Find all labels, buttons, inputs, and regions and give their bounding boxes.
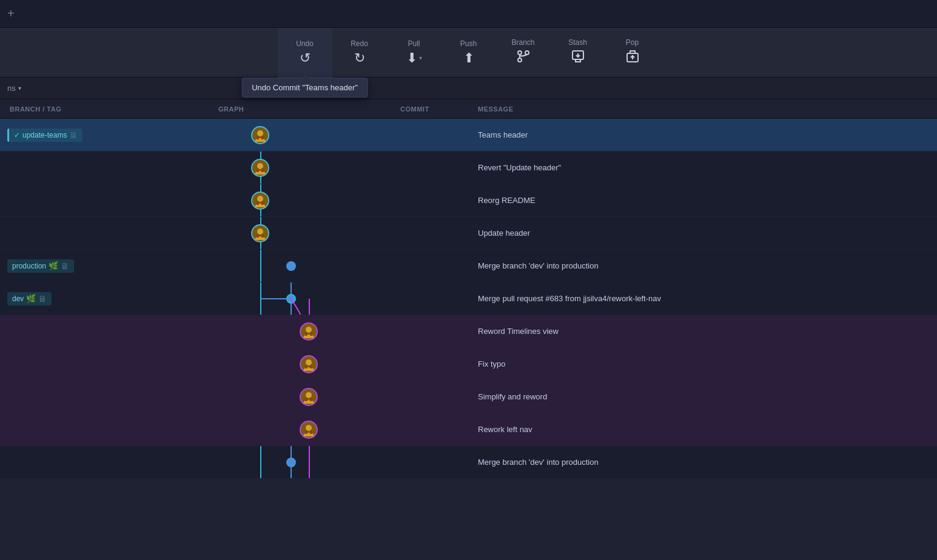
graph-cell (218, 446, 400, 479)
svg-rect-45 (310, 430, 312, 434)
svg-point-1 (518, 58, 522, 62)
message-merge-production: Merge branch 'dev' into production (473, 261, 937, 270)
message-teams-header: Teams header (473, 130, 937, 139)
stash-label: Stash (568, 38, 587, 47)
branch-tag-production[interactable]: production 🌿 🖥 (7, 259, 74, 273)
avatar-update-teams (251, 126, 269, 144)
svg-point-39 (306, 392, 312, 398)
pop-icon (625, 49, 640, 67)
svg-point-0 (518, 51, 522, 55)
commit-row[interactable]: Fix typo (0, 348, 937, 381)
svg-point-31 (306, 327, 312, 333)
svg-point-35 (306, 359, 312, 365)
svg-point-2 (525, 51, 529, 55)
svg-point-23 (257, 196, 263, 202)
svg-rect-36 (305, 365, 307, 368)
leaf-icon: 🌿 (26, 294, 36, 303)
col-header-branch-tag: BRANCH / TAG (0, 105, 218, 113)
graph-cell (218, 119, 400, 152)
push-label: Push (460, 39, 477, 48)
svg-rect-20 (257, 168, 259, 172)
pull-button[interactable]: Pull ⬇ ▾ (387, 28, 442, 78)
top-bar: + (0, 0, 937, 28)
redo-button[interactable]: Redo ↻ (332, 28, 387, 78)
svg-rect-24 (257, 201, 259, 205)
repo-tab-label: ns (7, 84, 16, 93)
undo-tooltip: Undo Commit "Teams header" (241, 78, 368, 98)
monitor-icon: 🖥 (38, 294, 47, 304)
branch-icon (516, 49, 531, 67)
commit-row[interactable]: ✓ update-teams 🖥 Teams header (0, 119, 937, 152)
main-content: ✓ update-teams 🖥 Teams header (0, 119, 937, 479)
col-header-graph: GRAPH (218, 105, 400, 113)
svg-rect-32 (305, 332, 307, 336)
push-icon: ⬆ (463, 50, 474, 66)
svg-rect-33 (310, 332, 312, 336)
leaf-icon: 🌿 (49, 261, 58, 270)
push-button[interactable]: Push ⬆ (442, 28, 496, 78)
repo-tab-bar: ns ▾ (0, 78, 937, 99)
avatar-timelines (300, 322, 318, 341)
message-revert: Revert "Update header" (473, 163, 937, 172)
graph-cell (218, 152, 400, 184)
avatar-revert (251, 159, 269, 177)
pull-icon: ⬇ (406, 50, 417, 66)
commit-row[interactable]: dev 🌿 🖥 Merge pull request #683 from jjs… (0, 282, 937, 315)
commit-row[interactable]: Rework left nav (0, 413, 937, 446)
commit-row[interactable]: production 🌿 🖥 Merge branch 'dev' into p… (0, 250, 937, 282)
undo-button[interactable]: Undo ↺ Undo Commit "Teams header" (278, 28, 332, 78)
commit-row[interactable]: Reword Timelines view (0, 315, 937, 348)
message-simplify: Simplify and reword (473, 392, 937, 401)
commit-row[interactable]: Reorg README (0, 184, 937, 217)
svg-rect-25 (261, 201, 264, 205)
svg-rect-21 (261, 168, 264, 172)
avatar-simplify (300, 388, 318, 406)
avatar-update (251, 224, 269, 242)
graph-cell (218, 282, 400, 315)
graph-cell (218, 348, 400, 381)
check-icon: ✓ (14, 131, 20, 139)
message-reorg: Reorg README (473, 196, 937, 205)
graph-cell (218, 184, 400, 217)
svg-point-27 (257, 228, 263, 235)
svg-rect-44 (305, 430, 307, 434)
pull-label: Pull (408, 39, 420, 48)
pop-button[interactable]: Pop (605, 28, 660, 78)
branch-button[interactable]: Branch (496, 28, 551, 78)
branch-cell: dev 🌿 🖥 (0, 292, 218, 305)
graph-cell (218, 217, 400, 250)
svg-point-19 (257, 163, 263, 169)
undo-label: Undo (296, 39, 314, 48)
branch-cell: ✓ update-teams 🖥 (0, 128, 218, 142)
commit-row[interactable]: Revert "Update header" (0, 152, 937, 184)
monitor-icon: 🖥 (61, 261, 69, 271)
branch-tag-update-teams[interactable]: ✓ update-teams 🖥 (7, 128, 82, 142)
branch-name: production (12, 262, 46, 270)
repo-tab[interactable]: ns ▾ (7, 84, 21, 93)
column-headers: BRANCH / TAG GRAPH COMMIT MESSAGE (0, 99, 937, 119)
new-tab-button[interactable]: + (7, 7, 15, 21)
commit-row[interactable]: Merge branch 'dev' into production (0, 446, 937, 479)
avatar-reorg (251, 192, 269, 210)
stash-button[interactable]: Stash (551, 28, 605, 78)
commit-row[interactable]: Update header (0, 217, 937, 250)
svg-rect-16 (257, 136, 259, 139)
avatar-rework (300, 421, 318, 439)
pull-dropdown-arrow[interactable]: ▾ (419, 55, 422, 61)
redo-label: Redo (351, 39, 368, 48)
redo-icon: ↻ (354, 50, 365, 66)
branch-label: Branch (511, 38, 534, 47)
svg-rect-37 (310, 365, 312, 368)
toolbar: Undo ↺ Undo Commit "Teams header" Redo ↻… (0, 28, 937, 78)
commit-row[interactable]: Simplify and reword (0, 381, 937, 413)
graph-cell (218, 381, 400, 413)
svg-point-15 (257, 130, 263, 136)
branch-name: update-teams (22, 131, 67, 139)
message-rework: Rework left nav (473, 425, 937, 434)
repo-tab-chevron[interactable]: ▾ (18, 85, 21, 92)
branch-tag-dev[interactable]: dev 🌿 🖥 (7, 292, 52, 305)
message-merge-dev: Merge pull request #683 from jjsilva4/re… (473, 294, 937, 303)
branch-cell: production 🌿 🖥 (0, 259, 218, 273)
avatar-typo (300, 355, 318, 373)
message-fix-typo: Fix typo (473, 359, 937, 368)
